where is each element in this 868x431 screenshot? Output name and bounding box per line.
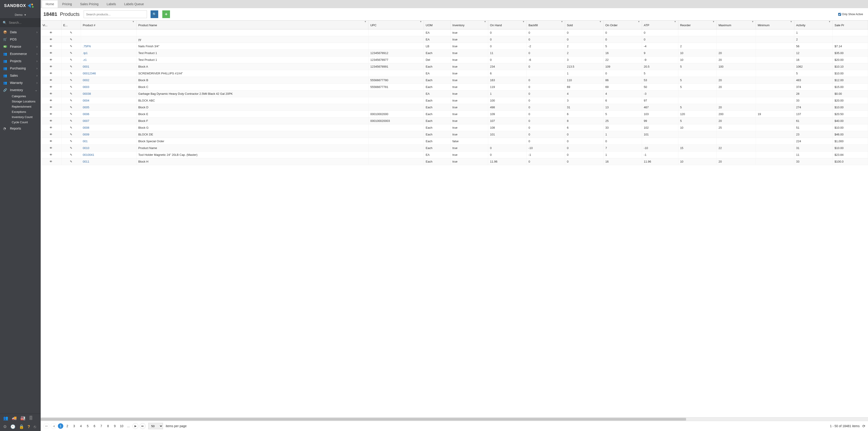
environment-selector[interactable]: Demo ▾	[0, 11, 41, 18]
col-header-atp[interactable]: ATP▼	[642, 21, 678, 29]
view-icon[interactable]: 👁	[41, 158, 61, 165]
sidebar-search-input[interactable]	[9, 21, 38, 24]
factory-icon[interactable]: 🏭	[20, 415, 25, 421]
view-icon[interactable]: 👁	[41, 36, 61, 43]
col-header-ed[interactable]: E...	[61, 21, 81, 29]
pager-next-button[interactable]: ▶	[132, 423, 138, 429]
view-icon[interactable]: 👁	[41, 43, 61, 50]
filter-icon[interactable]: ▼	[364, 20, 366, 23]
product-number-link[interactable]: 0008	[83, 126, 89, 129]
filter-icon[interactable]: ▼	[599, 20, 601, 23]
filter-icon[interactable]: ▼	[132, 20, 134, 23]
tab-pricing[interactable]: Pricing	[59, 0, 75, 8]
view-icon[interactable]: 👁	[41, 97, 61, 104]
pager-page-8[interactable]: 8	[105, 424, 111, 428]
edit-icon[interactable]: ✎	[61, 117, 81, 124]
product-number-link[interactable]: .z1	[83, 58, 87, 62]
search-input[interactable]	[84, 10, 147, 18]
clock-icon[interactable]: 🕘	[10, 424, 16, 429]
col-header-oh[interactable]: On Hand▼	[488, 21, 526, 29]
product-number-link[interactable]: 0005	[83, 105, 89, 109]
product-number-link[interactable]: 00012346	[83, 72, 96, 75]
pager-page-1[interactable]: 1	[58, 423, 63, 429]
product-number-link[interactable]: 0010041	[83, 153, 94, 156]
pager-prev-button[interactable]: ◀	[51, 423, 57, 429]
filter-icon[interactable]: ▼	[484, 20, 486, 23]
edit-icon[interactable]: ✎	[61, 124, 81, 131]
edit-icon[interactable]: ✎	[61, 29, 81, 36]
edit-icon[interactable]: ✎	[61, 84, 81, 90]
view-icon[interactable]: 👁	[41, 50, 61, 56]
pager-page-4[interactable]: 4	[78, 424, 84, 428]
filter-icon[interactable]: ▼	[561, 20, 563, 23]
filter-icon[interactable]: ▼	[522, 20, 525, 23]
view-icon[interactable]: 👁	[41, 145, 61, 151]
col-header-inv[interactable]: Inventory▼	[451, 21, 488, 29]
lock-icon[interactable]: 🔒	[19, 424, 24, 429]
col-header-upc[interactable]: UPC▼	[368, 21, 424, 29]
sidebar-subitem-categories[interactable]: Categories	[12, 94, 41, 99]
edit-icon[interactable]: ✎	[61, 158, 81, 165]
product-number-link[interactable]: 0007	[83, 119, 89, 123]
filter-icon[interactable]: ▼	[829, 20, 831, 23]
product-number-link[interactable]: 0002	[83, 79, 89, 82]
truck-icon[interactable]: 🚚	[12, 415, 17, 421]
edit-icon[interactable]: ✎	[61, 131, 81, 138]
product-number-link[interactable]: 0001	[83, 65, 89, 68]
tab-labels-queue[interactable]: Labels Queue	[121, 0, 147, 8]
sidebar-subitem-inventory-count[interactable]: Inventory Count	[12, 115, 41, 120]
product-number-link[interactable]: 0009	[83, 133, 89, 136]
tab-home[interactable]: Home	[42, 0, 58, 8]
col-header-oo[interactable]: On Order▼	[603, 21, 642, 29]
pager-last-button[interactable]: ⏭	[140, 423, 146, 429]
col-header-prodnum[interactable]: Product #▼	[81, 21, 136, 29]
col-header-sp[interactable]: Sale Pr	[833, 21, 868, 29]
page-size-select[interactable]: 50	[148, 423, 163, 429]
product-number-link[interactable]: 0010	[83, 146, 89, 150]
view-icon[interactable]: 👁	[41, 29, 61, 36]
filter-icon[interactable]: ▼	[420, 20, 422, 23]
filter-icon[interactable]: ▼	[752, 20, 754, 23]
sidebar-item-pos[interactable]: 🛒POS	[0, 36, 41, 43]
refresh-icon[interactable]: ⟳	[862, 424, 865, 428]
edit-icon[interactable]: ✎	[61, 151, 81, 158]
add-button[interactable]: +	[162, 10, 170, 18]
view-icon[interactable]: 👁	[41, 111, 61, 117]
view-icon[interactable]: 👁	[41, 124, 61, 131]
product-number-link[interactable]: 0003	[83, 85, 89, 89]
pager-page-7[interactable]: 7	[98, 424, 104, 428]
col-header-bf[interactable]: Backfill▼	[526, 21, 565, 29]
help-icon[interactable]: ?	[28, 425, 30, 429]
filter-icon[interactable]: ▼	[638, 20, 640, 23]
view-icon[interactable]: 👁	[41, 63, 61, 70]
sidebar-item-inventory[interactable]: 🔗Inventory⌄	[0, 86, 41, 94]
edit-icon[interactable]: ✎	[61, 138, 81, 145]
horizontal-scrollbar[interactable]	[41, 417, 868, 421]
view-icon[interactable]: 👁	[41, 131, 61, 138]
product-number-link[interactable]: 0004	[83, 99, 89, 102]
edit-icon[interactable]: ✎	[61, 63, 81, 70]
pager-page-...[interactable]: ...	[126, 424, 131, 428]
product-number-link[interactable]: 00038	[83, 92, 91, 95]
sidebar-item-projects[interactable]: 👥Projects›	[0, 57, 41, 65]
search-button[interactable]: 🔍	[151, 10, 158, 18]
view-icon[interactable]: 👁	[41, 76, 61, 84]
pager-page-6[interactable]: 6	[92, 424, 97, 428]
col-header-min[interactable]: Minimum▼	[756, 21, 794, 29]
sidebar-item-ecommerce[interactable]: 👥Ecommerce›	[0, 50, 41, 57]
product-number-link[interactable]: 0011	[83, 160, 89, 163]
view-icon[interactable]: 👁	[41, 104, 61, 111]
sidebar-item-data[interactable]: 📦Data›	[0, 29, 41, 36]
pager-page-5[interactable]: 5	[85, 424, 90, 428]
only-show-active-checkbox[interactable]	[838, 13, 841, 16]
edit-icon[interactable]: ✎	[61, 145, 81, 151]
sidebar-subitem-replenishment[interactable]: Replenishment	[12, 104, 41, 109]
filter-icon[interactable]: ▼	[712, 20, 715, 23]
product-number-link[interactable]: 0006	[83, 113, 89, 116]
pager-first-button[interactable]: ⏮	[43, 423, 49, 429]
product-number-link[interactable]: 001	[83, 140, 88, 143]
tab-labels[interactable]: Labels	[103, 0, 120, 8]
view-icon[interactable]: 👁	[41, 151, 61, 158]
edit-icon[interactable]: ✎	[61, 111, 81, 117]
sidebar-subitem-storage-locations[interactable]: Storage Locations	[12, 99, 41, 104]
